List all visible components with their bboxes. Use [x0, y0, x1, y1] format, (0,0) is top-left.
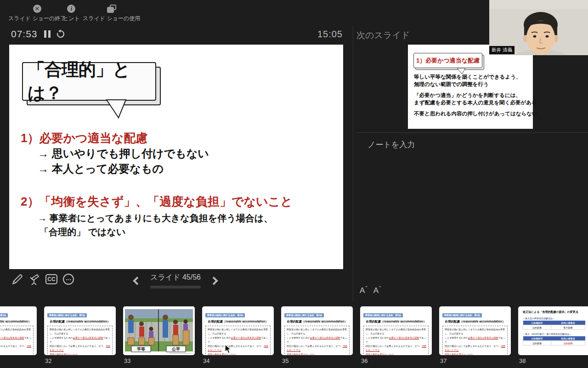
end-slideshow-button[interactable]: ✕ スライド ショーの終了	[8, 5, 66, 23]
slide-progress-bar	[150, 286, 201, 288]
thumbnail-33[interactable]: 平等 公平 33	[123, 306, 195, 364]
next-slide-preview: 1）必要かつ適当な配慮 等しい平等な関係を築くことができるよう、 無理のない範囲…	[408, 45, 533, 129]
thumbnail-37[interactable]: 障害者の権利に関する条約 第2条 合理的配慮（reasonable accomm…	[439, 306, 511, 364]
thumbnail-strip: 障害者の権利に関する条約 第2条 合理的配慮（reasonable accomm…	[0, 305, 588, 368]
slideshow-usage-button[interactable]: スライド ショーの使用	[83, 5, 140, 23]
thumbnail-number	[0, 357, 37, 364]
slide-section2-heading: 2）「均衡を失さず」、「過度な負担」でないこと	[21, 194, 293, 210]
captions-button[interactable]: CC	[45, 272, 58, 286]
end-slideshow-label: スライド ショーの終了	[8, 15, 66, 23]
slide-section1-line1: → 思いやりでも押し付けでもない	[38, 146, 209, 161]
previous-slide-chevron[interactable]	[133, 276, 141, 285]
cc-icon: CC	[45, 274, 57, 284]
thumbnail-number: 32	[44, 357, 116, 364]
current-slide: 「合理的」とは？ 1）必要かつ適当な配慮 → 思いやりでも押し付けでもない → …	[9, 45, 343, 269]
slide-section2-line2: 「合理的」 ではない	[40, 226, 125, 238]
thumbnail-35[interactable]: 障害者の権利に関する条約 第2条 合理的配慮（reasonable accomm…	[281, 306, 353, 364]
current-time: 15:05	[317, 29, 343, 40]
title-bubble-tail-icon	[105, 99, 128, 119]
preview-line: 等しい平等な関係を築くことができるよう、	[414, 74, 521, 80]
pause-timer-icon[interactable]	[44, 30, 51, 38]
hints-label: ヒント	[63, 15, 80, 23]
slide-section1-line2: → 本人とって必要なもの	[38, 161, 164, 176]
slide-title: 「合理的」とは？	[22, 62, 156, 101]
preview-line: まず配慮を必要とする本人の意見を聞く必要がある	[414, 99, 537, 106]
thumbnail-31[interactable]: 障害者の権利に関する条約 第2条 合理的配慮（reasonable accomm…	[0, 306, 37, 364]
top-toolbar: ✕ スライド ショーの終了 i ヒント スライド ショーの使用	[0, 0, 349, 25]
font-decrease-button[interactable]: Aˇ	[373, 286, 381, 295]
pencil-icon	[11, 273, 23, 285]
thumbnail-32[interactable]: 障害者の権利に関する条約 第2条 合理的配慮（reasonable accomm…	[44, 306, 116, 364]
x-circle-icon: ✕	[33, 5, 41, 13]
next-slide-header: 次のスライド	[356, 29, 410, 41]
presenter-view: ✕ スライド ショーの終了 i ヒント スライド ショーの使用 07:53 15…	[0, 0, 588, 368]
laser-pointer-icon	[28, 273, 41, 286]
thumbnail-38[interactable]: 改正法による「合理的配慮の提供」の変更点 ＜改正前の障害者差別解消法＞ 行政機関…	[518, 306, 588, 364]
next-slide-chevron[interactable]	[209, 276, 218, 285]
webcam-video[interactable]: 新井 清義	[489, 0, 588, 55]
preview-line: 不要と思われる内容の押し付けがあってはならない	[414, 110, 537, 117]
svg-text:平等: 平等	[136, 347, 145, 351]
reset-timer-icon[interactable]	[56, 29, 65, 39]
font-increase-button[interactable]: Aˆ	[360, 286, 367, 295]
participant-name-badge: 新井 清義	[489, 46, 514, 54]
slide-counter: スライド 45/56	[150, 273, 201, 282]
slide-section2-line1: → 事業者にとってあまりにも大きな負担を伴う場合は、	[38, 212, 273, 224]
slideshow-usage-label: スライド ショーの使用	[83, 15, 140, 23]
equity-cartoon: 平等 公平	[123, 306, 195, 355]
svg-text:公平: 公平	[171, 347, 180, 351]
notes-divider	[356, 132, 588, 133]
hints-button[interactable]: i ヒント	[63, 5, 80, 23]
thumbnail-number: 36	[360, 357, 432, 364]
annotation-tools: CC …	[11, 272, 75, 286]
info-icon: i	[67, 5, 75, 13]
thumbnail-number: 33	[123, 357, 195, 364]
slides-icon	[107, 5, 116, 13]
more-options-button[interactable]: …	[62, 272, 75, 286]
thumbnail-number: 38	[518, 357, 588, 364]
thumbnail-number: 37	[439, 357, 511, 364]
laser-pointer-button[interactable]	[28, 272, 41, 286]
notes-input[interactable]: ノートを入力	[368, 139, 415, 150]
preview-bubble-tail-icon	[456, 68, 466, 75]
elapsed-time: 07:53	[11, 29, 38, 40]
slide-navigation: スライド 45/56	[134, 271, 217, 290]
mouse-cursor-icon	[225, 344, 232, 354]
timer-row: 07:53 15:05	[11, 27, 343, 41]
thumbnail-36[interactable]: 障害者の権利に関する条約 第2条 合理的配慮（reasonable accomm…	[360, 306, 432, 364]
preview-bubble-heading: 1）必要かつ適当な配慮	[413, 53, 482, 68]
panel-divider	[353, 25, 353, 301]
thumbnail-number: 34	[202, 357, 274, 364]
thumbnail-34[interactable]: 障害者の権利に関する条約 第2条 合理的配慮（reasonable accomm…	[202, 306, 274, 364]
slide-section1-heading: 1）必要かつ適当な配慮	[21, 130, 147, 146]
thumbnail-number: 35	[281, 357, 353, 364]
pen-tool-button[interactable]	[11, 272, 24, 286]
preview-line: 無理のない範囲での調整を行う	[414, 81, 489, 88]
preview-line: 「必要かつ適当」かどうかを判断するには、	[414, 92, 521, 99]
ellipsis-icon: …	[63, 274, 74, 285]
